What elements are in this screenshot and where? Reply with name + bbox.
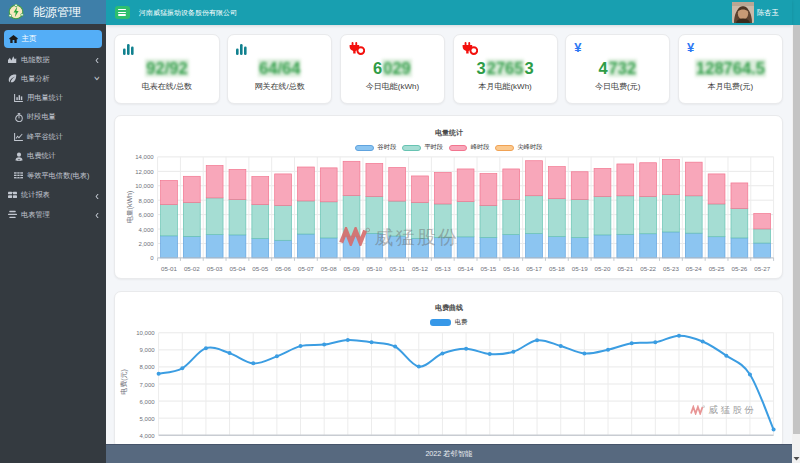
- svg-text:05-14: 05-14: [458, 264, 474, 271]
- svg-text:7,000: 7,000: [140, 381, 156, 387]
- svg-text:05-23: 05-23: [663, 264, 679, 271]
- svg-text:05-16: 05-16: [504, 264, 520, 271]
- svg-text:05-01: 05-01: [161, 264, 177, 271]
- svg-text:05-20: 05-20: [595, 264, 611, 271]
- svg-text:05-12: 05-12: [412, 264, 428, 271]
- svg-text:14,000: 14,000: [136, 154, 155, 160]
- svg-text:9,000: 9,000: [140, 347, 156, 353]
- svg-text:05-03: 05-03: [207, 264, 223, 271]
- svg-text:05-24: 05-24: [686, 264, 702, 271]
- svg-text:05-18: 05-18: [549, 264, 565, 271]
- svg-text:05-19: 05-19: [572, 264, 588, 271]
- svg-text:8,000: 8,000: [139, 197, 155, 203]
- svg-text:10,000: 10,000: [136, 183, 155, 189]
- svg-text:05-17: 05-17: [527, 264, 543, 271]
- svg-text:2,000: 2,000: [139, 241, 155, 247]
- svg-text:05-15: 05-15: [481, 264, 497, 271]
- svg-text:4,000: 4,000: [139, 226, 155, 232]
- svg-text:05-05: 05-05: [253, 264, 269, 271]
- svg-text:05-25: 05-25: [709, 264, 725, 271]
- svg-text:05-13: 05-13: [435, 264, 451, 271]
- svg-text:05-06: 05-06: [276, 264, 292, 271]
- svg-text:0: 0: [151, 255, 155, 261]
- svg-text:05-07: 05-07: [298, 264, 314, 271]
- svg-text:05-10: 05-10: [367, 264, 383, 271]
- svg-text:10,000: 10,000: [137, 330, 156, 336]
- svg-text:6,000: 6,000: [139, 212, 155, 218]
- svg-text:12,000: 12,000: [136, 168, 155, 174]
- svg-text:8,000: 8,000: [140, 364, 156, 370]
- svg-text:5,000: 5,000: [140, 415, 156, 421]
- svg-text:05-02: 05-02: [184, 264, 200, 271]
- svg-text:05-21: 05-21: [618, 264, 634, 271]
- svg-text:05-11: 05-11: [390, 264, 406, 271]
- svg-text:05-08: 05-08: [321, 264, 337, 271]
- svg-text:05-26: 05-26: [732, 264, 748, 271]
- svg-text:05-04: 05-04: [230, 264, 246, 271]
- svg-text:4,000: 4,000: [140, 432, 156, 438]
- svg-text:6,000: 6,000: [140, 398, 156, 404]
- svg-text:05-22: 05-22: [641, 264, 657, 271]
- svg-text:05-27: 05-27: [755, 264, 771, 271]
- svg-text:05-09: 05-09: [344, 264, 360, 271]
